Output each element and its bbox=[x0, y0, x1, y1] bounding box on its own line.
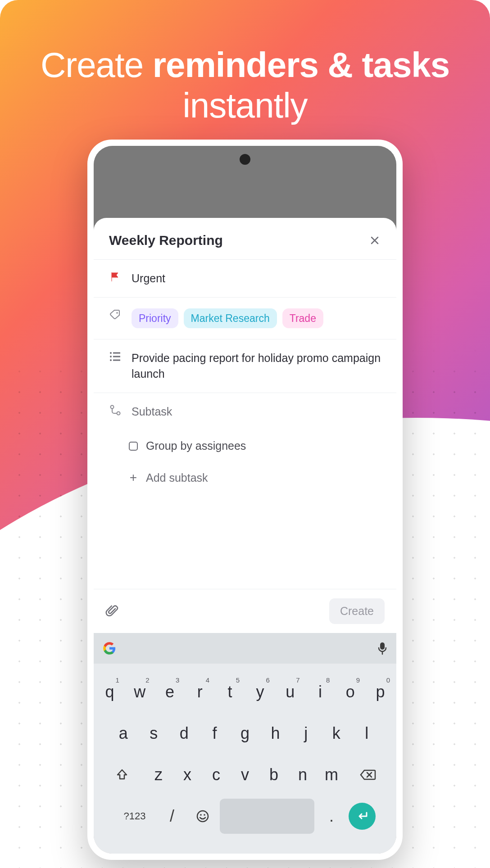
svg-point-8 bbox=[117, 412, 120, 415]
svg-rect-9 bbox=[380, 642, 385, 650]
headline-post: instantly bbox=[182, 86, 307, 125]
tag-chip[interactable]: Trade bbox=[282, 308, 323, 328]
on-screen-keyboard: q1w2e3r4t5y6u7i8o9p0 asdfghjkl zxcvbnm ?… bbox=[94, 633, 396, 854]
key-z[interactable]: z bbox=[146, 757, 171, 792]
task-title-input[interactable]: Weekly Reporting bbox=[109, 233, 223, 248]
key-s[interactable]: s bbox=[141, 716, 168, 751]
tags-container: PriorityMarket ResearchTrade bbox=[132, 308, 384, 328]
camera-hole bbox=[240, 154, 250, 165]
key-y[interactable]: y6 bbox=[247, 674, 273, 710]
svg-point-5 bbox=[110, 359, 112, 361]
enter-key[interactable] bbox=[349, 799, 376, 834]
key-k[interactable]: k bbox=[323, 716, 350, 751]
task-create-sheet: Weekly Reporting Urgent PriorityMarket R… bbox=[94, 218, 396, 854]
svg-rect-2 bbox=[113, 353, 120, 354]
key-f[interactable]: f bbox=[201, 716, 228, 751]
description-row[interactable]: Provide pacing report for holiday promo … bbox=[94, 339, 396, 393]
key-x[interactable]: x bbox=[175, 757, 200, 792]
symbols-key[interactable]: ?123 bbox=[114, 799, 155, 834]
emoji-key[interactable] bbox=[189, 799, 216, 834]
svg-point-12 bbox=[204, 814, 205, 816]
promo-headline: Create reminders & tasks instantly bbox=[0, 0, 490, 126]
slash-key[interactable]: / bbox=[159, 799, 186, 834]
key-a[interactable]: a bbox=[110, 716, 137, 751]
key-l[interactable]: l bbox=[353, 716, 380, 751]
key-u[interactable]: u7 bbox=[277, 674, 304, 710]
key-b[interactable]: b bbox=[261, 757, 286, 792]
headline-bold: reminders & tasks bbox=[153, 45, 449, 85]
key-r[interactable]: r4 bbox=[186, 674, 213, 710]
key-g[interactable]: g bbox=[231, 716, 259, 751]
headline-pre: Create bbox=[41, 45, 153, 85]
attachment-icon[interactable] bbox=[105, 604, 119, 619]
phone-screen: Weekly Reporting Urgent PriorityMarket R… bbox=[94, 146, 396, 854]
key-t[interactable]: t5 bbox=[217, 674, 243, 710]
key-o[interactable]: o9 bbox=[337, 674, 363, 710]
svg-point-1 bbox=[110, 352, 112, 354]
space-key[interactable] bbox=[220, 799, 314, 834]
key-d[interactable]: d bbox=[171, 716, 198, 751]
svg-point-10 bbox=[197, 811, 208, 822]
tag-chip[interactable]: Priority bbox=[132, 308, 178, 328]
key-e[interactable]: e3 bbox=[157, 674, 183, 710]
svg-point-7 bbox=[111, 406, 114, 409]
subtask-label: Group by assignees bbox=[146, 439, 246, 452]
create-button[interactable]: Create bbox=[329, 598, 385, 624]
priority-row[interactable]: Urgent bbox=[94, 259, 396, 297]
close-icon[interactable] bbox=[366, 231, 384, 249]
svg-rect-4 bbox=[113, 356, 120, 357]
subtask-item[interactable]: Group by assignees bbox=[94, 430, 396, 461]
microphone-icon[interactable] bbox=[377, 642, 387, 655]
key-v[interactable]: v bbox=[232, 757, 258, 792]
flag-icon bbox=[109, 271, 122, 283]
period-key[interactable]: . bbox=[318, 799, 345, 834]
tag-chip[interactable]: Market Research bbox=[184, 308, 277, 328]
key-p[interactable]: p0 bbox=[367, 674, 394, 710]
subtask-header-row[interactable]: Subtask bbox=[94, 393, 396, 430]
subtask-icon bbox=[109, 404, 122, 416]
description-text: Provide pacing report for holiday promo … bbox=[132, 350, 384, 382]
google-logo-icon bbox=[103, 642, 116, 655]
subtask-header-label: Subtask bbox=[132, 404, 384, 420]
key-i[interactable]: i8 bbox=[307, 674, 334, 710]
priority-label: Urgent bbox=[132, 271, 384, 286]
svg-rect-6 bbox=[113, 360, 120, 361]
list-icon bbox=[109, 350, 122, 363]
backspace-key[interactable] bbox=[348, 757, 388, 792]
plus-icon: + bbox=[129, 470, 138, 485]
key-m[interactable]: m bbox=[319, 757, 344, 792]
key-h[interactable]: h bbox=[262, 716, 289, 751]
key-j[interactable]: j bbox=[292, 716, 319, 751]
add-subtask-label: Add subtask bbox=[146, 471, 208, 484]
svg-point-0 bbox=[116, 312, 118, 314]
key-w[interactable]: w2 bbox=[127, 674, 153, 710]
key-n[interactable]: n bbox=[290, 757, 315, 792]
key-c[interactable]: c bbox=[204, 757, 229, 792]
phone-frame: Weekly Reporting Urgent PriorityMarket R… bbox=[87, 140, 403, 860]
keyboard-rows: q1w2e3r4t5y6u7i8o9p0 asdfghjkl zxcvbnm ?… bbox=[94, 664, 396, 834]
sheet-header: Weekly Reporting bbox=[94, 218, 396, 259]
keyboard-search-bar[interactable] bbox=[94, 633, 396, 664]
checkbox-icon[interactable] bbox=[129, 442, 138, 451]
shift-key[interactable] bbox=[102, 757, 142, 792]
sheet-footer: Create bbox=[94, 589, 396, 633]
add-subtask-row[interactable]: + Add subtask bbox=[94, 461, 396, 494]
svg-point-3 bbox=[110, 356, 112, 357]
tags-row[interactable]: PriorityMarket ResearchTrade bbox=[94, 297, 396, 339]
svg-point-11 bbox=[200, 814, 202, 816]
key-q[interactable]: q1 bbox=[96, 674, 123, 710]
tag-icon bbox=[109, 308, 122, 321]
